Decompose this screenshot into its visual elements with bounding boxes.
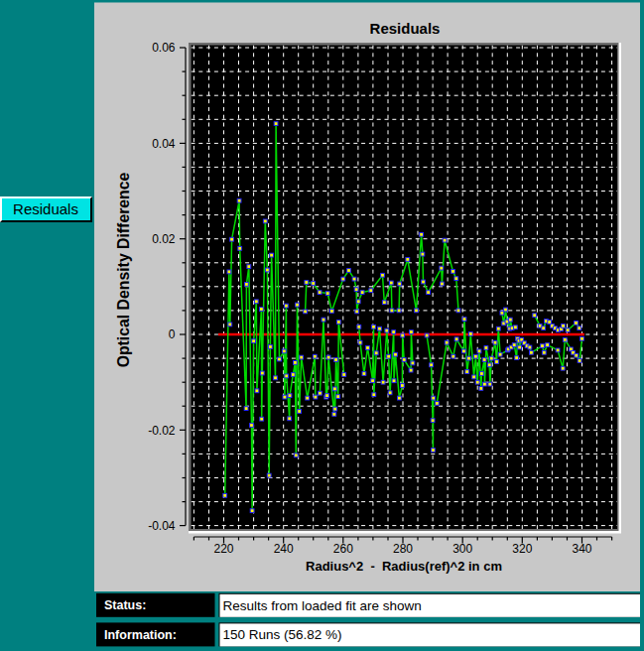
svg-text:0.06: 0.06 [152,41,176,55]
svg-text:Results from loaded fit are sh: Results from loaded fit are shown [223,598,422,613]
svg-text:Residuals: Residuals [13,200,78,217]
svg-text:340: 340 [572,542,591,556]
svg-text:-0.02: -0.02 [148,424,176,438]
svg-text:280: 280 [393,542,413,556]
svg-text:320: 320 [512,542,532,556]
svg-text:Information:: Information: [104,628,177,642]
svg-text:0.02: 0.02 [152,232,176,246]
svg-text:240: 240 [274,542,294,556]
svg-text:Residuals: Residuals [370,20,441,37]
svg-text:150 Runs (56.82 %): 150 Runs (56.82 %) [223,627,342,642]
svg-text:300: 300 [452,542,472,556]
svg-text:0: 0 [169,327,176,341]
svg-text:260: 260 [333,542,353,556]
svg-text:-0.04: -0.04 [148,519,176,533]
svg-text:Optical Density Difference: Optical Density Difference [115,172,132,367]
svg-text:0.04: 0.04 [152,137,176,151]
svg-text:Status:: Status: [104,598,146,612]
svg-text:Radius^2 - Radius(ref)^2 in: Radius^2 - Radius(ref)^2 in cm [306,559,502,574]
svg-text:220: 220 [213,542,233,556]
